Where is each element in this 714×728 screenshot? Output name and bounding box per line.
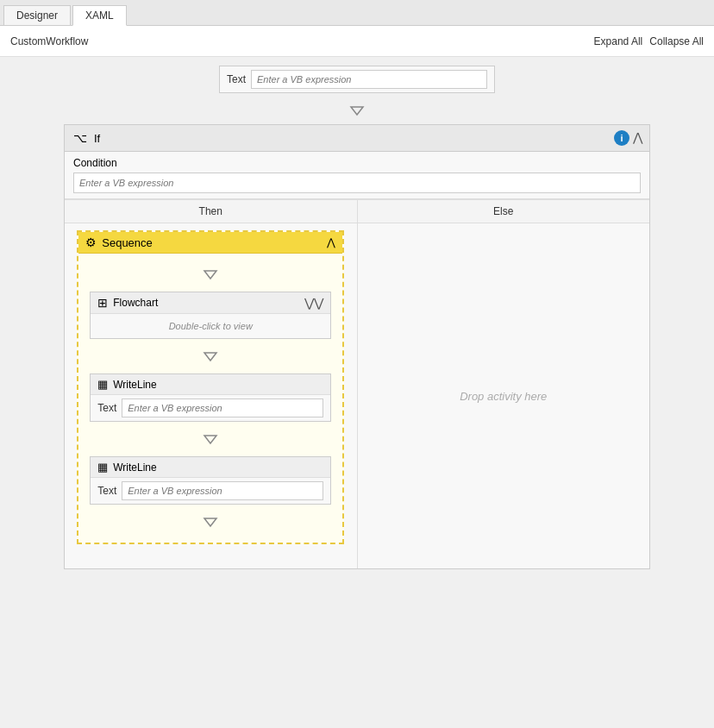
tab-xaml[interactable]: XAML bbox=[72, 5, 127, 26]
writeline-block-2: ▦ WriteLine Text bbox=[90, 456, 331, 505]
writeline-text-label-2: Text bbox=[97, 485, 116, 497]
writeline-title-1: WriteLine bbox=[113, 379, 156, 391]
arrow-seq-icon-2 bbox=[203, 348, 218, 364]
writeline-body-2: Text bbox=[91, 478, 330, 504]
flowchart-icon: ⊞ bbox=[97, 296, 108, 310]
if-collapse-button[interactable]: ⋀ bbox=[633, 130, 642, 146]
drop-zone-text: Drop activity here bbox=[460, 390, 547, 403]
if-header: ⌥ If i ⋀ bbox=[65, 125, 649, 152]
sequence-block: ⚙ Sequence ⋀ bbox=[77, 230, 344, 544]
sequence-collapse-button[interactable]: ⋀ bbox=[327, 236, 335, 248]
svg-marker-4 bbox=[204, 518, 216, 526]
top-writeline-text-input[interactable] bbox=[251, 70, 487, 89]
app-container: Designer XAML CustomWorkflow Expand All … bbox=[0, 0, 714, 728]
svg-marker-0 bbox=[351, 107, 363, 115]
arrow-seq-1 bbox=[202, 266, 219, 283]
arrow-seq-icon-3 bbox=[203, 431, 218, 447]
writeline-header-2: ▦ WriteLine bbox=[91, 457, 330, 478]
top-writeline-block: Text bbox=[219, 66, 495, 93]
arrow-seq-4 bbox=[202, 513, 219, 530]
writeline-text-label-1: Text bbox=[97, 402, 116, 414]
condition-input[interactable] bbox=[73, 173, 641, 193]
if-block: ⌥ If i ⋀ Condition Then bbox=[64, 124, 650, 569]
writeline-title-2: WriteLine bbox=[113, 461, 156, 474]
if-condition-section: Condition bbox=[65, 152, 649, 199]
header-actions: Expand All Collapse All bbox=[594, 35, 704, 47]
sequence-body: ⊞ Flowchart ⋁⋁ Double-click to view bbox=[78, 254, 342, 543]
if-actions: i ⋀ bbox=[614, 130, 642, 146]
then-branch-content: ⚙ Sequence ⋀ bbox=[65, 223, 357, 551]
arrow-seq-icon-1 bbox=[203, 267, 218, 282]
flowchart-header: ⊞ Flowchart ⋁⋁ bbox=[91, 292, 330, 314]
if-icon: ⌥ bbox=[72, 129, 89, 147]
writeline-block-1: ▦ WriteLine Text bbox=[90, 373, 331, 422]
sequence-header: ⚙ Sequence ⋀ bbox=[78, 232, 342, 254]
top-writeline-body: Text bbox=[220, 66, 494, 92]
arrow-seq-2 bbox=[202, 348, 219, 365]
writeline-text-input-1[interactable] bbox=[122, 399, 323, 417]
writeline-icon-1: ▦ bbox=[97, 378, 108, 391]
arrow-down-1 bbox=[348, 102, 366, 119]
sequence-title: Sequence bbox=[102, 236, 327, 249]
writeline-icon-2: ▦ bbox=[97, 461, 108, 474]
writeline-header-1: ▦ WriteLine bbox=[91, 374, 330, 395]
arrow-down-icon-1 bbox=[349, 103, 365, 118]
else-branch: Else Drop activity here bbox=[357, 200, 650, 568]
sequence-icon: ⚙ bbox=[85, 235, 97, 249]
activity-wrapper: Text ⌥ If i ⋀ bbox=[9, 66, 705, 569]
arrow-seq-3 bbox=[202, 430, 219, 448]
top-writeline-text-label: Text bbox=[227, 73, 246, 85]
if-branches: Then ⚙ Sequence ⋀ bbox=[65, 199, 649, 568]
then-branch: Then ⚙ Sequence ⋀ bbox=[65, 200, 357, 568]
writeline-body-1: Text bbox=[91, 395, 330, 421]
expand-all-button[interactable]: Expand All bbox=[594, 35, 643, 47]
info-badge[interactable]: i bbox=[614, 130, 629, 146]
flowchart-block: ⊞ Flowchart ⋁⋁ Double-click to view bbox=[90, 292, 331, 339]
workflow-title: CustomWorkflow bbox=[10, 35, 88, 47]
else-branch-header: Else bbox=[358, 200, 650, 223]
collapse-all-button[interactable]: Collapse All bbox=[649, 35, 704, 47]
flowchart-collapse-button[interactable]: ⋁⋁ bbox=[304, 296, 323, 310]
svg-marker-2 bbox=[204, 353, 216, 361]
condition-label: Condition bbox=[73, 157, 641, 169]
else-branch-content[interactable]: Drop activity here bbox=[358, 223, 650, 568]
flowchart-body[interactable]: Double-click to view bbox=[91, 314, 330, 338]
arrow-seq-icon-4 bbox=[203, 514, 218, 530]
tab-designer[interactable]: Designer bbox=[3, 5, 71, 25]
flowchart-title: Flowchart bbox=[113, 297, 304, 309]
if-title: If bbox=[94, 132, 614, 145]
writeline-text-input-2[interactable] bbox=[122, 481, 323, 500]
flowchart-hint-text: Double-click to view bbox=[169, 321, 253, 331]
svg-marker-1 bbox=[204, 271, 216, 279]
tab-bar: Designer XAML bbox=[0, 0, 714, 26]
design-canvas: Text ⌥ If i ⋀ bbox=[0, 57, 714, 728]
then-branch-header: Then bbox=[65, 200, 357, 223]
header: CustomWorkflow Expand All Collapse All bbox=[0, 26, 714, 57]
svg-marker-3 bbox=[204, 436, 216, 443]
